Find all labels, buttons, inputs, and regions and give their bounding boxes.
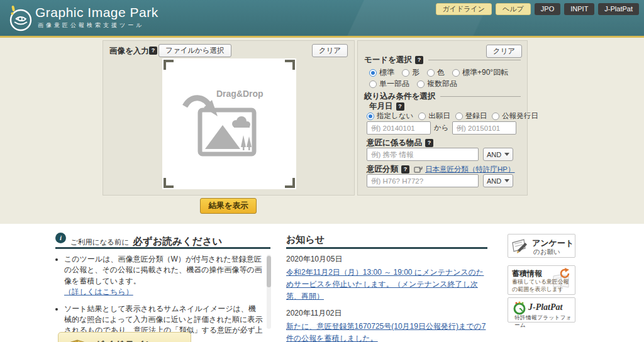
image-clear-button[interactable]: クリア [312,44,348,57]
header-nav: ガイドライン ヘルプ JPO INPIT J-PlatPat [436,3,640,15]
search-conditions-panel: クリア モードを選択 ? 標準 形 色 標準+90°回転 単一部品 複数部品 絞… [357,40,528,196]
notice-item: このツールは、画像意匠分類（W）が付与された登録意匠の公報と、その公報に掲載され… [64,254,263,298]
mode-option-standard[interactable]: 標準 [369,67,394,78]
date-option-application[interactable]: 出願日 [418,111,450,121]
notice-detail-link[interactable]: （詳しくはこちら） [64,287,133,296]
mode-option-standard-rotate[interactable]: 標準+90°回転 [452,67,508,78]
dropzone-corner-icon [164,178,174,188]
notice-title: ご利用になる前に必ずお読みください [70,235,222,248]
select-file-button[interactable]: ファイルから選択 [158,44,231,57]
news-title: お知らせ [286,234,325,246]
stored-info-banner[interactable]: 蓄積情報 蓄積している意匠公報の範囲を表示します [508,265,575,295]
radio-icon[interactable] [402,69,409,77]
radio-icon[interactable] [427,69,435,77]
radio-icon[interactable] [417,80,425,88]
news-title-rule [286,247,487,249]
help-icon[interactable]: ? [396,102,404,111]
logo-icon [6,4,34,32]
show-results-button[interactable]: 結果を表示 [200,198,257,214]
classification-input-row: AND [367,174,522,187]
classification-link[interactable]: 日本意匠分類（特許庁HP） [425,165,514,174]
help-icon[interactable]: ? [425,139,433,147]
news-item: 2020年11月02日 新たに、意匠登録第1670725号(10月19日公報発行… [286,308,489,342]
date-option-none[interactable]: 指定しない [367,111,413,121]
news-list: 2020年10月05日 令和2年11月2日（月）13:00 ～ 19:00 にメ… [286,254,489,342]
survey-banner[interactable]: アンケート のお願い [508,234,575,258]
mode-option-single-part[interactable]: 単一部品 [369,79,409,89]
news-link[interactable]: 令和2年11月2日（月）13:00 ～ 19:00 にメンテナンスのためサービス… [286,268,484,301]
article-operator-select[interactable]: AND [483,148,513,161]
dropzone-corner-icon [285,178,295,188]
date-to-input[interactable] [452,121,516,135]
article-input[interactable] [367,148,479,161]
dropzone-text: Drag&Drop [216,89,264,99]
filter-label: 絞り込み条件を選択 [364,91,435,102]
radio-icon[interactable] [369,80,377,88]
notice-scrollbar-thumb[interactable] [267,256,271,287]
help-icon[interactable]: ? [401,165,409,174]
radio-icon[interactable] [369,69,377,77]
date-label: 年月日 [369,101,393,112]
survey-banner-subtitle: のお願い [533,248,560,256]
help-icon[interactable]: ? [415,56,423,64]
mode-label: モードを選択 [364,55,412,65]
jplatpat-banner-title: J-PlatPat [528,302,562,312]
mode-options-row2: 単一部品 複数部品 [369,79,522,89]
info-icon: i [55,233,66,243]
classification-operator-select[interactable]: AND [483,174,513,187]
mode-option-shape[interactable]: 形 [402,67,419,78]
mode-option-multi-part[interactable]: 複数部品 [417,79,457,89]
radio-icon[interactable] [418,113,426,120]
news-date: 2020年10月05日 [286,254,489,265]
mode-section-header: モードを選択 ? [364,55,521,65]
refresh-icon [559,268,570,279]
guideline-banner[interactable]: ガイドライン [58,332,191,342]
nav-jpo-button[interactable]: JPO [535,3,560,15]
mode-option-color[interactable]: 色 [427,67,445,78]
classification-label: 意匠分類 [367,164,398,175]
radio-icon[interactable] [452,69,460,77]
guideline-banner-label: ガイドライン [94,339,155,342]
nav-guideline-button[interactable]: ガイドライン [436,3,492,15]
dropzone-hint: Drag&Drop [181,89,275,161]
notice-list: このツールは、画像意匠分類（W）が付与された登録意匠の公報と、その公報に掲載され… [55,254,263,342]
date-option-registration[interactable]: 登録日 [455,111,487,121]
radio-icon[interactable] [367,113,374,120]
article-label: 意匠に係る物品 [367,138,422,148]
radio-icon[interactable] [492,113,499,120]
date-option-publication[interactable]: 公報発行日 [492,111,538,121]
news-date: 2020年11月02日 [286,308,489,319]
filter-section-header: 絞り込み条件を選択 [364,91,521,102]
dropzone-corner-icon [285,60,295,70]
image-placeholder-icon [181,89,275,161]
jplatpat-logo-icon [513,301,526,315]
app-header: Graphic Image Park 画像意匠公報検索支援ツール ガイドライン … [0,0,644,36]
date-range-row: から [367,121,522,135]
book-icon [67,338,89,342]
search-area: 画像を入力 ? ファイルから選択 クリア [0,38,644,224]
nav-jplatpat-button[interactable]: J-PlatPat [598,3,639,15]
nav-inpit-button[interactable]: INPIT [564,3,594,15]
image-input-panel: 画像を入力 ? ファイルから選択 クリア [103,40,355,196]
jplatpat-banner[interactable]: J-PlatPat 特許情報プラットフォーム [508,297,575,323]
pencil-icon [511,238,529,255]
image-dropzone[interactable]: Drag&Drop [162,58,296,189]
page-subtitle: 画像意匠公報検索支援ツール [38,21,144,30]
article-label-row: 意匠に係る物品 ? [367,138,522,148]
stored-banner-title: 蓄積情報 [512,268,542,279]
news-item: 2020年10月05日 令和2年11月2日（月）13:00 ～ 19:00 にメ… [286,254,489,301]
date-options-row: 指定しない 出願日 登録日 公報発行日 [367,111,522,121]
image-input-label: 画像を入力 [109,46,149,57]
page-title: Graphic Image Park [35,5,158,20]
news-link[interactable]: 新たに、意匠登録第1670725号(10月19日公報発行)までの7件の公報を蓄積… [286,322,486,342]
dropzone-corner-icon [164,60,174,70]
date-from-input[interactable] [367,121,431,135]
section-rule [440,96,521,97]
radio-icon[interactable] [455,113,463,120]
date-range-separator: から [434,123,449,133]
section-rule [428,60,521,60]
help-icon[interactable]: ? [149,47,157,55]
chevron-down-icon [504,153,509,156]
nav-help-button[interactable]: ヘルプ [496,3,531,15]
classification-input[interactable] [367,174,479,187]
